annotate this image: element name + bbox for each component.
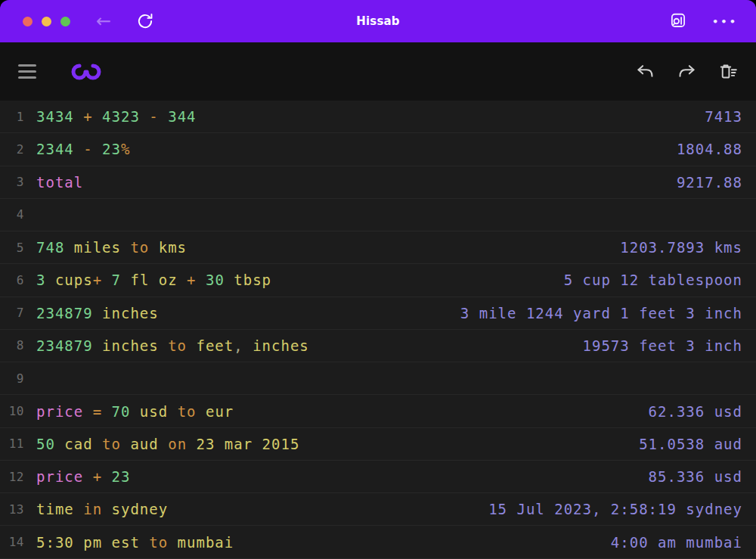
- line-number: 2: [0, 142, 24, 157]
- token-var: price: [36, 468, 93, 485]
- line-number: 9: [0, 371, 24, 386]
- result-text: 9217.88: [677, 174, 756, 191]
- token-unit: time: [36, 501, 83, 517]
- line-number: 14: [0, 535, 24, 549]
- close-button[interactable]: [23, 17, 33, 26]
- token-unit: 5:30 pm est: [36, 534, 149, 551]
- expression-text[interactable]: 234879 inches to feet, inches: [36, 337, 583, 354]
- calc-row[interactable]: 5748 miles to kms1203.7893 kms: [0, 231, 756, 264]
- token-op: -: [149, 108, 168, 125]
- result-text: 3 mile 1244 yard 1 feet 3 inch: [460, 305, 756, 321]
- expression-text[interactable]: time in sydney: [36, 501, 488, 517]
- token-op: on: [168, 436, 196, 452]
- token-unit: inches: [102, 305, 159, 321]
- token-op: to: [130, 239, 158, 256]
- token-op: in: [83, 501, 111, 517]
- undo-icon[interactable]: [635, 61, 655, 82]
- token-op: %: [121, 141, 130, 157]
- calc-row[interactable]: 9: [0, 362, 756, 395]
- expression-text[interactable]: 2344 - 23%: [36, 141, 677, 157]
- calc-sheet[interactable]: 13434 + 4323 - 344741322344 - 23%1804.88…: [0, 101, 756, 559]
- token-num: 3: [36, 272, 55, 288]
- calc-row[interactable]: 13434 + 4323 - 3447413: [0, 101, 756, 133]
- expression-text[interactable]: 50 cad to aud on 23 mar 2015: [36, 436, 639, 452]
- app-window: ← Hissab •••: [0, 0, 756, 559]
- token-num: 234879: [36, 305, 102, 321]
- line-number: 1: [0, 110, 24, 124]
- refresh-icon[interactable]: [135, 11, 155, 31]
- line-number: 8: [0, 338, 24, 352]
- token-num: 70: [112, 403, 140, 420]
- calc-row[interactable]: 63 cups+ 7 fl oz + 30 tbsp5 cup 12 table…: [0, 264, 756, 297]
- minimize-button[interactable]: [42, 17, 51, 26]
- titlebar: ← Hissab •••: [0, 0, 756, 42]
- line-number: 10: [0, 404, 24, 418]
- token-op: +: [93, 468, 112, 485]
- calc-row[interactable]: 22344 - 23%1804.88: [0, 133, 756, 166]
- result-text: 19573 feet 3 inch: [583, 337, 756, 354]
- token-op: +: [187, 272, 206, 288]
- token-punct: ,: [234, 337, 253, 354]
- zoom-button[interactable]: [60, 17, 70, 26]
- calc-row[interactable]: 12price + 2385.336 usd: [0, 461, 756, 493]
- expression-text[interactable]: 3 cups+ 7 fl oz + 30 tbsp: [36, 272, 564, 288]
- calc-row[interactable]: 4: [0, 199, 756, 231]
- token-unit: inches: [102, 337, 168, 354]
- calc-row[interactable]: 10price = 70 usd to eur62.336 usd: [0, 395, 756, 427]
- redo-icon[interactable]: [677, 61, 697, 82]
- expression-text[interactable]: 234879 inches: [36, 305, 460, 321]
- token-num: 50: [36, 436, 64, 452]
- calc-row[interactable]: 8234879 inches to feet, inches19573 feet…: [0, 330, 756, 362]
- token-num: 7: [112, 272, 131, 288]
- expression-text[interactable]: 748 miles to kms: [36, 239, 620, 256]
- token-unit: sydney: [112, 501, 169, 517]
- token-var: total: [36, 174, 83, 191]
- line-number: 12: [0, 470, 24, 484]
- line-number: 6: [0, 273, 24, 287]
- token-num: 234879: [36, 337, 102, 354]
- token-op: to: [102, 436, 130, 452]
- token-op: -: [83, 141, 102, 157]
- result-text: 1804.88: [677, 141, 756, 157]
- expression-text[interactable]: price = 70 usd to eur: [36, 403, 649, 420]
- line-number: 3: [0, 175, 24, 189]
- token-unit: feet: [196, 337, 234, 354]
- token-unit: miles: [74, 239, 131, 256]
- token-num: 4323: [102, 108, 149, 125]
- toolbar: [0, 42, 756, 101]
- expression-text[interactable]: total: [36, 174, 677, 191]
- result-text: 7413: [705, 108, 756, 125]
- back-icon[interactable]: ←: [96, 12, 111, 30]
- token-num: 3434: [36, 108, 83, 125]
- token-unit: cad: [64, 436, 102, 452]
- clear-all-icon[interactable]: [718, 62, 738, 82]
- expression-text[interactable]: 3434 + 4323 - 344: [36, 108, 705, 125]
- expression-text[interactable]: 5:30 pm est to mumbai: [36, 534, 611, 551]
- result-text: 62.336 usd: [649, 403, 756, 420]
- token-unit: tbsp: [234, 272, 271, 288]
- line-number: 11: [0, 436, 24, 451]
- hissab-logo-icon[interactable]: [70, 61, 103, 83]
- calc-row[interactable]: 145:30 pm est to mumbai4:00 am mumbai: [0, 526, 756, 558]
- result-text: 5 cup 12 tablespoon: [564, 272, 756, 288]
- result-text: 4:00 am mumbai: [611, 534, 756, 551]
- token-var: price: [36, 403, 93, 420]
- calc-row[interactable]: 3total9217.88: [0, 166, 756, 199]
- calc-row[interactable]: 7234879 inches3 mile 1244 yard 1 feet 3 …: [0, 297, 756, 330]
- expression-text[interactable]: price + 23: [36, 468, 649, 485]
- more-options-icon[interactable]: •••: [712, 17, 738, 26]
- token-op: =: [93, 403, 112, 420]
- calc-row[interactable]: 1150 cad to aud on 23 mar 201551.0538 au…: [0, 428, 756, 461]
- token-num: 30: [206, 272, 234, 288]
- calc-row[interactable]: 13time in sydney15 Jul 2023, 2:58:19 syd…: [0, 493, 756, 526]
- token-unit: aud: [130, 436, 168, 452]
- result-text: 85.336 usd: [649, 468, 756, 485]
- search-page-icon[interactable]: [668, 11, 688, 31]
- token-op: +: [83, 108, 102, 125]
- line-number: 13: [0, 502, 24, 517]
- line-number: 5: [0, 241, 24, 255]
- token-num: 748: [36, 239, 74, 256]
- menu-icon[interactable]: [18, 64, 36, 79]
- line-number: 7: [0, 306, 24, 320]
- token-unit: fl oz: [130, 272, 187, 288]
